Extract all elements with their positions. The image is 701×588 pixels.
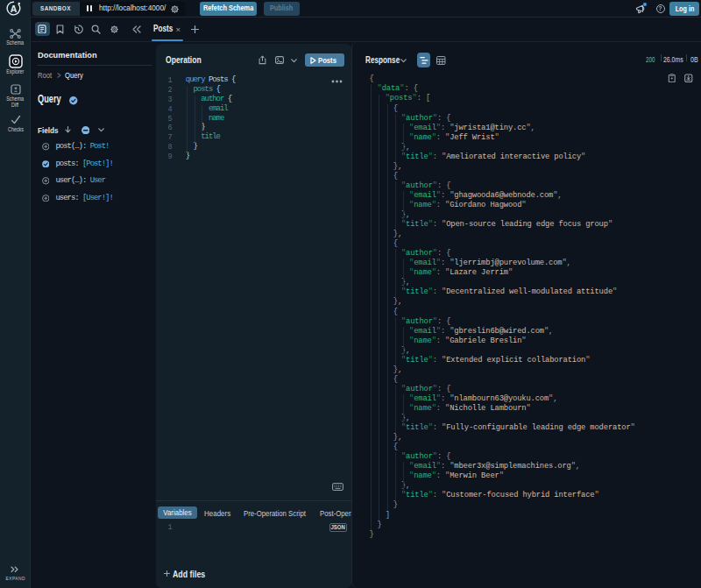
svg-text:A: A	[10, 4, 17, 14]
